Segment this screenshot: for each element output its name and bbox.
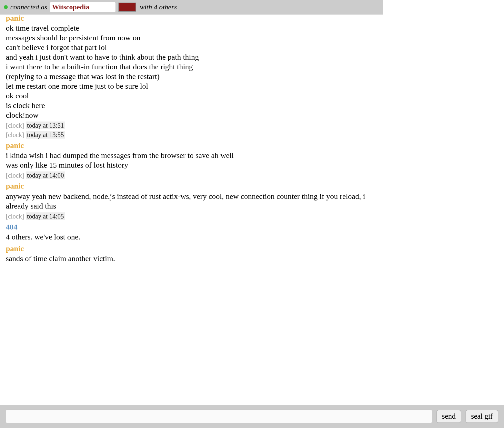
- message-line: sands of time claim another victim.: [6, 254, 377, 263]
- message-line: (replying to a message that was lost in …: [6, 72, 377, 81]
- message-block: panici kinda wish i had dumped the messa…: [6, 141, 377, 170]
- system-label: [clock]: [6, 172, 26, 179]
- system-message: [clock] today at 13:55: [6, 131, 377, 139]
- system-time: today at 14:00: [26, 171, 65, 179]
- message-username: panic: [6, 181, 377, 191]
- system-message: [clock] today at 13:51: [6, 122, 377, 129]
- system-time: today at 13:55: [26, 131, 65, 139]
- message-block: 4044 others. we've lost one.: [6, 222, 377, 242]
- message-line: ok time travel complete: [6, 23, 377, 33]
- message-block: panicsands of time claim another victim.: [6, 244, 377, 263]
- system-message: [clock] today at 14:05: [6, 213, 377, 220]
- message-line: was only like 15 minutes of lost history: [6, 160, 377, 170]
- message-line: anyway yeah new backend, node.js instead…: [6, 191, 377, 211]
- message-line: 4 others. we've lost one.: [6, 232, 377, 242]
- connection-status-icon: [4, 5, 8, 9]
- system-label: [clock]: [6, 213, 26, 220]
- system-label: [clock]: [6, 131, 26, 138]
- message-line: ok cool: [6, 91, 377, 101]
- message-block: panicanyway yeah new backend, node.js in…: [6, 181, 377, 210]
- message-line: let me restart one more time just to be …: [6, 81, 377, 91]
- system-time: today at 14:05: [26, 212, 65, 220]
- message-username: panic: [6, 141, 377, 151]
- system-time: today at 13:51: [26, 122, 65, 129]
- with-others-label: with 4 others: [140, 3, 177, 11]
- message-area: panicok time travel completemessages sho…: [0, 15, 383, 292]
- message-line: and yeah i just don't want to have to th…: [6, 52, 377, 62]
- message-username: panic: [6, 244, 377, 254]
- username-input[interactable]: [50, 2, 116, 12]
- message-username: panic: [6, 15, 377, 23]
- user-color-swatch[interactable]: [118, 3, 136, 12]
- message-block: panicok time travel completemessages sho…: [6, 15, 377, 120]
- system-label: [clock]: [6, 122, 26, 129]
- message-line: is clock here: [6, 101, 377, 110]
- message-line: i want there to be a built-in function t…: [6, 62, 377, 72]
- message-username: 404: [6, 222, 377, 232]
- message-line: i kinda wish i had dumped the messages f…: [6, 151, 377, 160]
- message-line: clock!now: [6, 110, 377, 120]
- system-message: [clock] today at 14:00: [6, 172, 377, 179]
- message-line: messages should be persistent from now o…: [6, 33, 377, 43]
- message-line: can't believe i forgot that part lol: [6, 43, 377, 52]
- header-bar: connected as with 4 others: [0, 0, 383, 15]
- connected-as-label: connected as: [10, 3, 47, 11]
